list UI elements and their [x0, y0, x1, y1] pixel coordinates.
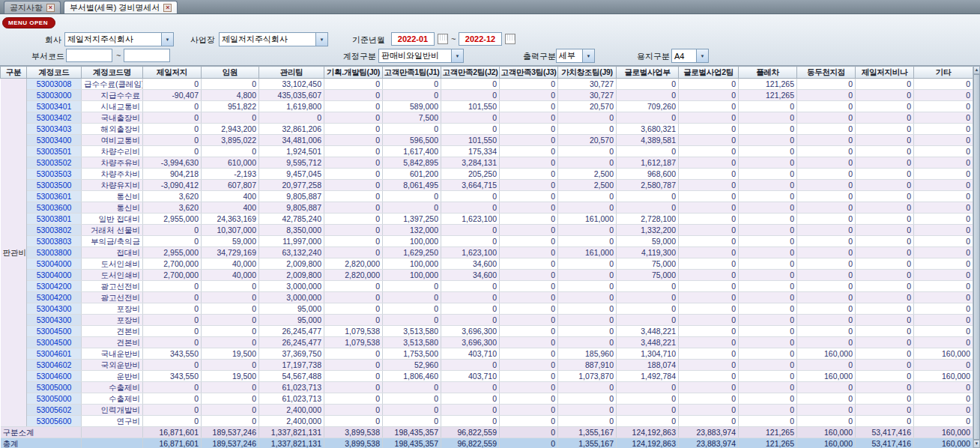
value-cell: 0	[617, 281, 679, 292]
dept-code-to-input[interactable]	[124, 49, 170, 62]
table-row[interactable]: 53004000도서인쇄비2,700,00040,0002,009,8002,8…	[1, 270, 973, 281]
table-row[interactable]: 53004500견본비0026,245,4771,079,5383,513,58…	[1, 326, 973, 337]
column-header[interactable]: 제일저지	[143, 67, 202, 79]
subtotal-row[interactable]: 구분소계16,871,601189,537,2461,337,821,1313,…	[1, 427, 973, 438]
scroll-up-icon[interactable]: ▲	[973, 66, 980, 74]
column-header[interactable]: 고객만족2팀(J2)	[441, 67, 500, 79]
table-row[interactable]: 53003800접대비2,955,00034,729,16963,132,240…	[1, 247, 973, 258]
tab-bar: 공지사항 × 부서별(세목) 경비명세서 ×	[0, 0, 980, 14]
table-row[interactable]: 53003402국내출장비00007,500000000000	[1, 112, 973, 124]
column-header[interactable]: 글로벌사업2팀	[679, 67, 739, 79]
table-row[interactable]: 53004200광고선전비003,000,00000000000000	[1, 281, 973, 292]
value-cell: 4,389,581	[617, 135, 679, 146]
value-cell: 3,696,300	[441, 326, 500, 337]
table-row[interactable]: 53005600연구비002,400,00000000000000	[1, 416, 973, 427]
value-cell: 1,304,710	[617, 348, 679, 360]
table-row[interactable]: 53003802거래처 선물비010,307,0008,350,0000132,…	[1, 225, 973, 236]
table-row[interactable]: 53004000도서인쇄비2,700,00040,0002,009,8002,8…	[1, 258, 973, 270]
scrollbar-thumb[interactable]	[973, 74, 980, 440]
value-cell: 0	[856, 202, 914, 214]
table-row[interactable]: 53004500견본비0026,245,4771,079,5383,513,58…	[1, 337, 973, 348]
value-cell: 0	[202, 303, 259, 315]
close-icon[interactable]: ×	[46, 4, 55, 12]
table-row[interactable]: 53005000수출제비0061,023,71300000000000	[1, 393, 973, 405]
table-row[interactable]: 53004601국내운반비343,55019,50037,369,75001,7…	[1, 348, 973, 360]
column-header[interactable]: 제일저지비나	[856, 67, 914, 79]
table-row[interactable]: 53004200광고선전비003,000,00000000000000	[1, 292, 973, 303]
table-row[interactable]: 53003601통신비3,6204009,805,88700000000000	[1, 191, 973, 202]
calendar-icon[interactable]	[505, 34, 515, 44]
menu-open-button[interactable]: MENU OPEN	[2, 17, 55, 28]
value-cell: 0	[739, 135, 797, 146]
output-type-value: 세부	[557, 50, 582, 61]
column-header[interactable]: 글로벌사업부	[617, 67, 679, 79]
value-cell: 0	[441, 202, 500, 214]
column-header[interactable]: 고객만족1팀(J1)	[383, 67, 441, 79]
table-row[interactable]: 53005000수출제비0061,023,71300000000000	[1, 382, 973, 393]
account-name-cell: 인력개발비	[82, 405, 143, 416]
column-header[interactable]: 고객만족3팀(J3)	[500, 67, 558, 79]
table-row[interactable]: 53003503차량주차비904,218-2,1939,457,0450601,…	[1, 169, 973, 180]
table-row[interactable]: 53004300포장비0095,00000000000000	[1, 303, 973, 315]
table-row[interactable]: 53003500차량유지비-3,090,412607,80720,977,258…	[1, 180, 973, 191]
tab-expense-report[interactable]: 부서별(세목) 경비명세서 ×	[64, 1, 178, 13]
table-row[interactable]: 53003000지급수수료-90,4074,800435,035,6070000…	[1, 90, 973, 101]
value-cell: 0	[143, 236, 202, 247]
column-header[interactable]: 임원	[202, 67, 259, 79]
column-header[interactable]: 가치창조팀(J9)	[558, 67, 617, 79]
table-row[interactable]: 판관비53003008급수수료(클레임)0033,102,450000030,7…	[1, 79, 973, 90]
table-row[interactable]: 53004602국외운반비0017,197,738052,96000887,91…	[1, 360, 973, 371]
value-cell: 0	[441, 416, 500, 427]
table-row[interactable]: 53005602인력개발비002,400,00000000000000	[1, 405, 973, 416]
value-cell: 30,727	[558, 90, 617, 101]
period-to-input[interactable]: 2022-12	[459, 32, 502, 46]
period-from-input[interactable]: 2022-01	[391, 32, 435, 46]
chevron-down-icon[interactable]: ▼	[161, 33, 173, 46]
column-header[interactable]: 계정코드	[27, 67, 82, 79]
calendar-icon[interactable]	[438, 34, 448, 44]
value-cell: 0	[500, 270, 558, 281]
column-header[interactable]: 동두천지점	[797, 67, 856, 79]
chevron-down-icon[interactable]: ▼	[315, 33, 327, 46]
table-row[interactable]: 53004600운반비343,55019,50054,567,48801,806…	[1, 371, 973, 382]
output-type-select[interactable]: 세부 ▼	[556, 49, 595, 63]
table-row[interactable]: 53003600통신비3,6204009,805,88700000000000	[1, 202, 973, 214]
table-row[interactable]: 53003801일반 접대비2,955,00024,363,16942,785,…	[1, 214, 973, 225]
paper-type-select[interactable]: A4 ▼	[671, 49, 709, 63]
account-type-select[interactable]: 판매비와일반비 ▼	[378, 49, 464, 63]
chevron-down-icon[interactable]: ▼	[696, 49, 708, 62]
scroll-down-icon[interactable]: ▼	[973, 440, 980, 448]
value-cell: 0	[914, 112, 973, 124]
close-icon[interactable]: ×	[163, 4, 172, 12]
dept-code-from-input[interactable]	[66, 49, 112, 62]
chevron-down-icon[interactable]: ▼	[451, 49, 463, 62]
table-row[interactable]: 53003401시내교통비0951,8221,619,8000589,00010…	[1, 101, 973, 112]
column-header[interactable]: 구분	[1, 67, 27, 79]
value-cell: 0	[856, 416, 914, 427]
value-cell: 0	[500, 146, 558, 157]
column-header[interactable]: 플레차	[739, 67, 797, 79]
value-cell: 0	[914, 202, 973, 214]
company-select[interactable]: 제일저지주식회사 ▼	[64, 32, 174, 46]
column-header[interactable]: 계정코드명	[82, 67, 143, 79]
value-cell: 121,265	[739, 79, 797, 90]
table-row[interactable]: 53003403해외출장비02,943,20032,861,206000003,…	[1, 124, 973, 135]
vertical-scrollbar[interactable]: ▲ ▼	[973, 66, 980, 448]
value-cell: 0	[914, 157, 973, 169]
chevron-down-icon[interactable]: ▼	[582, 49, 594, 62]
table-row[interactable]: 53003501차량수리비001,924,50101,617,400175,33…	[1, 146, 973, 157]
column-header[interactable]: 관리팀	[259, 67, 324, 79]
total-row[interactable]: 총계16,871,601189,537,2461,337,821,1313,89…	[1, 438, 973, 448]
tab-notice[interactable]: 공지사항 ×	[4, 1, 61, 13]
value-cell: 0	[739, 101, 797, 112]
table-row[interactable]: 53003400여비교통비03,895,02234,481,0060596,50…	[1, 135, 973, 146]
table-row[interactable]: 53004300포장비0095,00000000000000	[1, 315, 973, 326]
site-value: 제일저지주식회사	[220, 34, 315, 45]
value-cell: 2,700,000	[143, 270, 202, 281]
column-header[interactable]: 기획.개발팀(J0)	[324, 67, 383, 79]
table-row[interactable]: 53003803부의금/축의금059,00011,997,0000100,000…	[1, 236, 973, 247]
site-select[interactable]: 제일저지주식회사 ▼	[219, 32, 328, 46]
account-type-label: 계정구분	[343, 51, 376, 62]
column-header[interactable]: 기타	[914, 67, 973, 79]
table-row[interactable]: 53003502차량주유비-3,994,630610,0009,595,7120…	[1, 157, 973, 169]
